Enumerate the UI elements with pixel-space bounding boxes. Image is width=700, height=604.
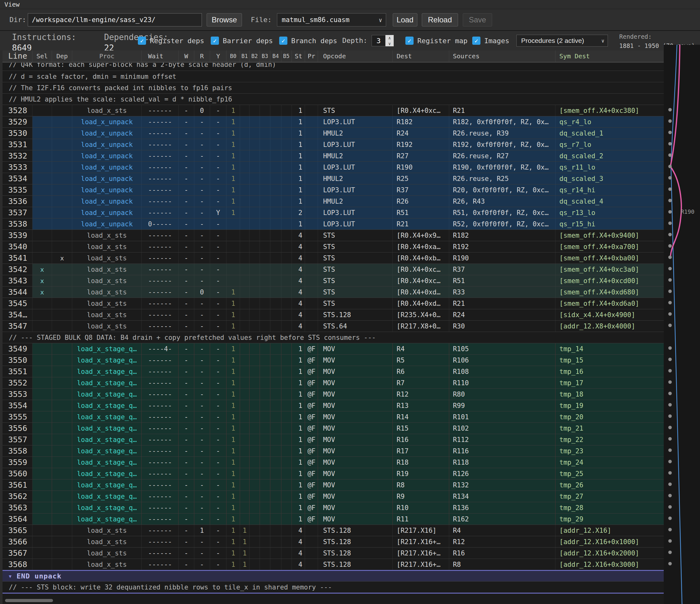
- depth-stepper[interactable]: 3 ∧ ∨: [372, 35, 394, 46]
- table-row[interactable]: 3547load_x_sts---------14STS.64[R217.X8+…: [2, 320, 664, 332]
- table-row[interactable]: 3566load_x_sts---------114STS.128[R217.X…: [2, 536, 664, 547]
- procedures-select-value: Procedures (2 active): [517, 37, 598, 45]
- cell-opcode: STS: [318, 298, 393, 309]
- stepper-arrows[interactable]: ∧ ∨: [385, 35, 394, 46]
- cell-sources: R132: [449, 479, 556, 491]
- table-row[interactable]: 3539load_x_sts---------4STS[R0.X4+0x9…R1…: [2, 230, 664, 241]
- cell-y: -: [210, 116, 227, 127]
- cell-dep: [52, 434, 72, 445]
- cell-wait: ----4-: [142, 343, 179, 354]
- table-row[interactable]: 3558load_x_stage_q…---------11@FMOVR17R1…: [2, 445, 664, 456]
- table-row[interactable]: 3556load_x_stage_q…---------11@FMOVR15R1…: [2, 422, 664, 434]
- table-row[interactable]: 3553load_x_stage_q…---------11@FMOVR12R8…: [2, 388, 664, 400]
- depth-value[interactable]: 3: [372, 35, 385, 46]
- table-row[interactable]: 3541xload_x_sts---------4STS[R0.X4+0xb…R…: [2, 252, 664, 264]
- table-row[interactable]: 3565load_x_sts-------1-114STS.128[R217.X…: [2, 525, 664, 536]
- cell-st: 1: [292, 514, 305, 525]
- cell-wait: ------: [142, 275, 179, 286]
- cell-dest: R25: [393, 173, 449, 184]
- cell-b5: [281, 162, 292, 173]
- table-row[interactable]: 3552load_x_stage_q…---------11@FMOVR7R11…: [2, 377, 664, 388]
- table-row[interactable]: 3560load_x_stage_q…---------11@FMOVR19R1…: [2, 468, 664, 479]
- table-row[interactable]: 3568load_x_sts---------114STS.128[R217.X…: [2, 559, 664, 570]
- cell-wait: ------: [142, 128, 179, 139]
- table-row[interactable]: 3528load_x_sts-------0-11STS[R0.X4+0xc…R…: [2, 105, 664, 116]
- table-row[interactable]: 3549load_x_stage_q…----4----11@FMOVR4R10…: [2, 343, 664, 354]
- table-row[interactable]: 3538load_x_unpack0--------1LOP3.LUTR21R5…: [2, 218, 664, 230]
- cell-pr: [305, 218, 318, 230]
- section-header-end-unpack[interactable]: ▼END unpack: [2, 570, 664, 581]
- cell-opcode: STS.128: [318, 559, 393, 570]
- cell-y: -: [210, 275, 227, 286]
- table-row[interactable]: 3562load_x_stage_q…---------11@FMOVR9R13…: [2, 491, 664, 502]
- images-checkbox[interactable]: ✓ Images: [472, 31, 509, 50]
- table-row[interactable]: 3564load_x_stage_q…---------11@FMOVR11R1…: [2, 513, 664, 525]
- table-row[interactable]: 3533load_x_unpack---------11LOP3.LUTR190…: [2, 161, 664, 173]
- table-row[interactable]: 354…load_x_sts---------14STS.128[R235.X4…: [2, 309, 664, 320]
- table-row[interactable]: 3561load_x_stage_q…---------11@FMOVR8R13…: [2, 479, 664, 491]
- register-map-checkbox[interactable]: ✓ Register map: [405, 31, 468, 50]
- branch-deps-checkbox[interactable]: ✓ Branch deps: [279, 31, 337, 50]
- save-button[interactable]: Save: [463, 13, 492, 26]
- cell-wait: ------: [142, 536, 179, 547]
- cell-wait: ------: [142, 445, 179, 456]
- table-row[interactable]: 3540load_x_sts---------4STS[R0.X4+0xa…R1…: [2, 241, 664, 252]
- cell-sources: R26, R43: [449, 196, 556, 207]
- barrier-deps-checkbox[interactable]: ✓ Barrier deps: [211, 31, 273, 50]
- cell-line: 3536: [2, 196, 32, 207]
- cell-b3: [260, 309, 270, 320]
- table-row[interactable]: 3543xload_x_sts---------4STS[R0.X4+0xc…R…: [2, 275, 664, 286]
- cell-b3: [260, 457, 270, 468]
- horizontal-scrollbar-thumb[interactable]: [5, 599, 53, 602]
- dir-input[interactable]: [28, 13, 202, 26]
- table-row[interactable]: 3530load_x_unpack---------11HMUL2R24R26.…: [2, 127, 664, 139]
- table-row[interactable]: 3567load_x_sts---------114STS.128[R217.X…: [2, 547, 664, 559]
- cell-sel: x: [32, 275, 52, 286]
- table-row[interactable]: 3529load_x_unpack---------11LOP3.LUTR182…: [2, 116, 664, 127]
- load-button[interactable]: Load: [393, 13, 417, 26]
- reload-button[interactable]: Reload: [422, 13, 458, 26]
- table-row[interactable]: 3542xload_x_sts---------4STS[R0.X4+0xc…R…: [2, 264, 664, 275]
- table-row[interactable]: 3555load_x_stage_q…---------11@FMOVR14R1…: [2, 411, 664, 422]
- cell-b2: [250, 548, 260, 559]
- chevron-down-icon: ∨: [598, 38, 607, 44]
- table-row[interactable]: 3531load_x_unpack---------11LOP3.LUTR192…: [2, 139, 664, 150]
- cell-opcode: MOV: [318, 423, 393, 434]
- table-row[interactable]: 3536load_x_unpack---------11HMUL2R26R26,…: [2, 195, 664, 207]
- barrier-deps-label: Barrier deps: [223, 37, 273, 45]
- table-row[interactable]: 3551load_x_stage_q…---------11@FMOVR6R10…: [2, 366, 664, 377]
- cell-b1: [240, 298, 250, 309]
- cell-wait: ------: [142, 548, 179, 559]
- table-row[interactable]: 3532load_x_unpack---------11HMUL2R27R26.…: [2, 150, 664, 161]
- table-row[interactable]: 3534load_x_unpack---------11HMUL2R25R26.…: [2, 173, 664, 184]
- collapse-triangle-icon[interactable]: ▼: [9, 574, 11, 579]
- cell-pr: [305, 116, 318, 127]
- cell-dest: [R0.X4+0xc…: [393, 105, 449, 116]
- table-row[interactable]: 3544xload_x_sts-------0-14STS[R0.X4+0xd……: [2, 286, 664, 297]
- cell-b4: [270, 343, 281, 354]
- cell-pr: [305, 525, 318, 536]
- table-row[interactable]: 3550load_x_stage_q…---------11@FMOVR5R10…: [2, 354, 664, 366]
- register-deps-checkbox[interactable]: ✓ Register deps: [138, 31, 204, 50]
- cell-pr: [305, 298, 318, 309]
- cell-sel: [32, 445, 52, 456]
- table-row[interactable]: 3537load_x_unpack--------Y12LOP3.LUTR51R…: [2, 207, 664, 218]
- dependency-edge: [671, 45, 682, 604]
- table-row[interactable]: 3559load_x_stage_q…---------11@FMOVR18R1…: [2, 456, 664, 468]
- cell-b1: [240, 207, 250, 218]
- stepper-up-icon[interactable]: ∧: [385, 35, 394, 41]
- file-select[interactable]: matmul_sm86.cuasm ∨: [277, 13, 386, 26]
- stepper-down-icon[interactable]: ∨: [385, 41, 394, 46]
- procedures-select[interactable]: Procedures (2 active) ∨: [517, 35, 608, 47]
- cell-w: -: [179, 207, 194, 218]
- table-row[interactable]: 3535load_x_unpack---------11LOP3.LUTR37R…: [2, 184, 664, 195]
- cell-dest: [R217.X16+…: [393, 536, 449, 547]
- table-row[interactable]: 3554load_x_stage_q…---------11@FMOVR13R9…: [2, 400, 664, 411]
- browse-button[interactable]: Browse: [207, 13, 242, 26]
- table-row[interactable]: 3557load_x_stage_q…---------11@FMOVR16R1…: [2, 434, 664, 445]
- cell-b2: [250, 354, 260, 366]
- cell-pr: @F: [305, 377, 318, 388]
- table-row[interactable]: 3563load_x_stage_q…---------11@FMOVR10R1…: [2, 502, 664, 513]
- table-row[interactable]: 3545load_x_sts---------14STS[R0.X4+0xd…R…: [2, 297, 664, 309]
- menu-view[interactable]: View: [4, 0, 20, 9]
